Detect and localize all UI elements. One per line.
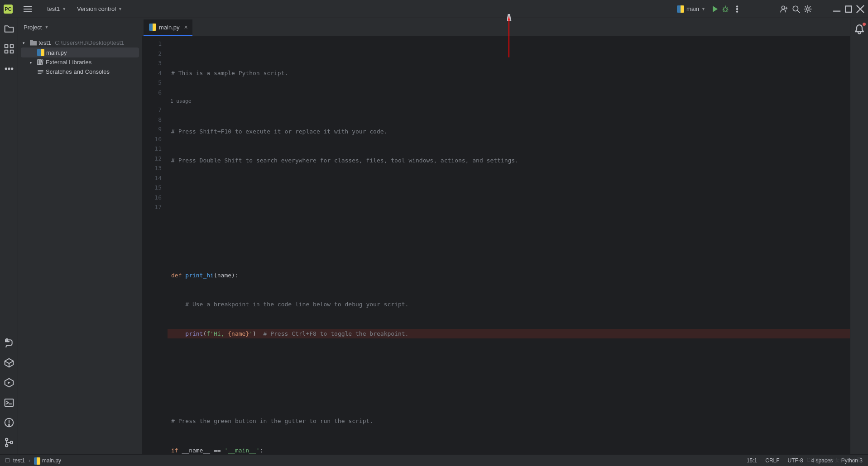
window-close-button[interactable] xyxy=(856,5,864,13)
gutter-spacer xyxy=(142,97,168,105)
left-toolbar xyxy=(0,18,18,454)
status-interpreter[interactable]: Python 3 xyxy=(841,457,863,464)
svg-point-1 xyxy=(737,6,738,7)
pycharm-logo-icon: PC xyxy=(4,5,13,14)
notifications-button[interactable] xyxy=(854,24,865,34)
python-packages-button[interactable] xyxy=(4,357,14,368)
line-number: 5 xyxy=(142,78,168,88)
svg-rect-16 xyxy=(5,399,13,406)
settings-icon[interactable] xyxy=(804,5,812,13)
code-viewport[interactable]: 1 2 3 4 5 6 7 8 9 10 11 12 13 14 15 16 1… xyxy=(142,36,868,454)
breadcrumb: test1 › main.py xyxy=(5,457,61,464)
svg-point-4 xyxy=(782,6,785,9)
project-dropdown[interactable]: test1▼ xyxy=(47,5,66,12)
tree-root[interactable]: ▾ test1 C:\Users\HJ\Desktop\test1 xyxy=(21,38,139,48)
line-number: 13 xyxy=(142,163,168,173)
svg-point-18 xyxy=(8,424,9,425)
window-minimize-button[interactable] xyxy=(833,5,841,13)
status-indent[interactable]: 4 spaces xyxy=(811,457,833,464)
python-icon xyxy=(34,457,40,464)
structure-tool-button[interactable] xyxy=(4,43,14,54)
python-icon xyxy=(149,24,156,31)
svg-rect-10 xyxy=(5,50,8,53)
line-number: 8 xyxy=(142,115,168,125)
crumb-sep-icon: › xyxy=(29,457,30,464)
python-console-button[interactable] xyxy=(4,338,14,348)
svg-point-2 xyxy=(737,8,738,10)
tree-root-label: test1 xyxy=(38,39,51,46)
scratch-icon xyxy=(37,68,44,75)
project-tool-button[interactable] xyxy=(4,24,14,34)
python-icon xyxy=(677,5,684,13)
main-area: Project ▼ ▾ test1 C:\Users\HJ\Desktop\te… xyxy=(0,18,868,454)
chevron-down-icon: ▼ xyxy=(62,7,66,11)
crumb-project[interactable]: test1 xyxy=(13,457,25,464)
tree-ext-lib-label: External Libraries xyxy=(46,59,91,66)
status-encoding[interactable]: UTF-8 xyxy=(788,457,803,464)
svg-point-6 xyxy=(806,8,809,10)
line-number: 16 xyxy=(142,193,168,203)
header-left: PC test1▼ Version control▼ xyxy=(4,5,122,14)
chevron-down-icon: ▼ xyxy=(118,7,122,11)
svg-rect-7 xyxy=(845,6,852,12)
gutter: 1 2 3 4 5 6 7 8 9 10 11 12 13 14 15 16 1… xyxy=(142,36,168,212)
tree-root-path: C:\Users\HJ\Desktop\test1 xyxy=(55,39,124,46)
editor-tab-active[interactable]: main.py × xyxy=(144,19,192,36)
status-line-sep[interactable]: CRLF xyxy=(765,457,779,464)
usage-hint[interactable]: 1 usage xyxy=(167,96,191,106)
debug-button[interactable] xyxy=(721,5,729,13)
terminal-button[interactable] xyxy=(4,397,14,408)
tree-external-libraries[interactable]: ▸ External Libraries xyxy=(21,57,139,67)
tab-label: main.py xyxy=(159,24,180,31)
chevron-down-icon: ▼ xyxy=(44,25,48,29)
vcs-dropdown[interactable]: Version control▼ xyxy=(77,5,122,12)
svg-point-12 xyxy=(5,68,6,69)
project-view-selector[interactable]: Project ▼ xyxy=(18,18,142,36)
crumb-file[interactable]: main.py xyxy=(42,457,61,464)
line-number: 12 xyxy=(142,154,168,164)
svg-point-15 xyxy=(6,339,7,340)
vcs-label: Version control xyxy=(77,5,116,12)
tree-scratches[interactable]: Scratches and Consoles xyxy=(21,67,139,76)
svg-rect-9 xyxy=(10,45,13,48)
line-number: 11 xyxy=(142,144,168,154)
tree-file-item[interactable]: main.py xyxy=(21,48,139,57)
svg-point-3 xyxy=(737,11,738,12)
status-bar: test1 › main.py 15:1 CRLF UTF-8 4 spaces… xyxy=(0,454,868,466)
chevron-down-icon: ▼ xyxy=(701,7,705,11)
project-view-label: Project xyxy=(24,24,42,31)
editor-area: main.py × 1 2 3 4 5 6 7 8 9 10 11 12 xyxy=(142,18,868,454)
chevron-down-icon: ▾ xyxy=(23,41,28,45)
status-caret-pos[interactable]: 15:1 xyxy=(747,457,757,464)
python-icon xyxy=(37,49,44,56)
line-number: 9 xyxy=(142,124,168,134)
line-number: 10 xyxy=(142,134,168,144)
svg-point-14 xyxy=(11,68,12,69)
line-number: 1 xyxy=(142,39,168,49)
main-menu-button[interactable] xyxy=(24,6,32,12)
code-with-me-icon[interactable] xyxy=(780,5,788,13)
project-name: test1 xyxy=(47,5,60,12)
title-bar: PC test1▼ Version control▼ main ▼ xyxy=(0,0,868,18)
run-config-dropdown[interactable]: main ▼ xyxy=(673,4,709,14)
svg-point-13 xyxy=(8,68,10,69)
problems-button[interactable] xyxy=(4,417,14,428)
run-button[interactable] xyxy=(713,6,718,12)
chevron-right-icon: ▸ xyxy=(30,60,35,65)
search-icon[interactable] xyxy=(792,5,800,13)
vcs-button[interactable] xyxy=(4,437,14,448)
tree-scratches-label: Scratches and Consoles xyxy=(46,68,110,75)
close-tab-icon[interactable]: × xyxy=(184,24,188,31)
code-content[interactable]: 1 usage # This is a sample Python script… xyxy=(168,36,868,454)
more-actions-button[interactable] xyxy=(733,5,741,13)
line-number: 17 xyxy=(142,202,168,212)
line-number: 2 xyxy=(142,49,168,59)
status-right: 15:1 CRLF UTF-8 4 spaces Python 3 xyxy=(747,457,863,464)
services-button[interactable] xyxy=(4,377,14,388)
more-tools-button[interactable] xyxy=(4,63,14,74)
window-maximize-button[interactable] xyxy=(844,5,853,13)
svg-rect-11 xyxy=(10,50,13,53)
project-sidebar: Project ▼ ▾ test1 C:\Users\HJ\Desktop\te… xyxy=(18,18,142,454)
right-toolbar xyxy=(850,18,868,454)
line-number: 7 xyxy=(142,105,168,115)
